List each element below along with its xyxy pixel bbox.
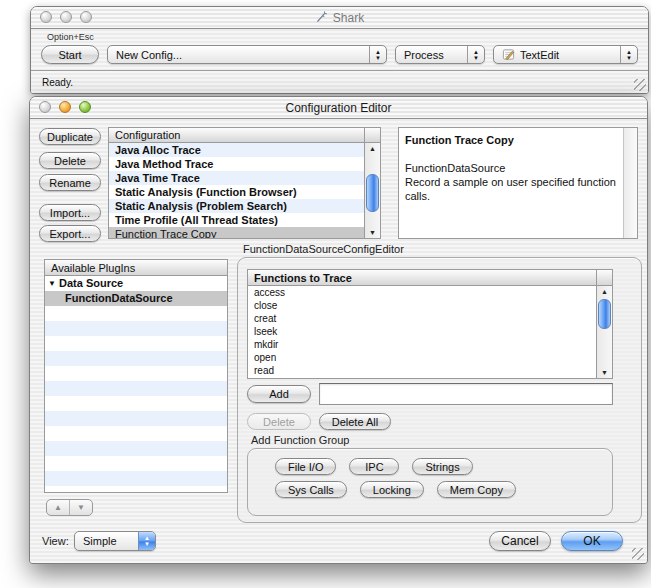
- ok-label: OK: [583, 534, 600, 548]
- add-function-input[interactable]: [319, 383, 613, 405]
- config-row[interactable]: Static Analysis (Problem Search): [109, 199, 364, 213]
- plugin-group-row[interactable]: ▼ Data Source: [45, 276, 227, 291]
- plugin-item-label: FunctionDataSource: [65, 291, 173, 306]
- functions-list: Functions to Trace access close creat ls…: [247, 269, 613, 379]
- mem-copy-label: Mem Copy: [450, 484, 503, 496]
- function-row[interactable]: creat: [248, 312, 596, 325]
- config-row[interactable]: Time Profile (All Thread States): [109, 213, 364, 227]
- configuration-list-header[interactable]: Configuration: [109, 128, 380, 143]
- function-row[interactable]: lseek: [248, 325, 596, 338]
- function-row[interactable]: close: [248, 299, 596, 312]
- import-button[interactable]: Import...: [39, 204, 101, 221]
- scroll-down-icon[interactable]: ▼: [365, 227, 380, 238]
- chevron-updown-icon: ▲▼: [369, 46, 386, 63]
- configuration-list: Configuration Java Alloc Trace Java Meth…: [108, 127, 381, 239]
- target-popup[interactable]: TextEdit ▲▼: [493, 45, 638, 64]
- add-button-label: Add: [269, 388, 289, 400]
- sys-calls-label: Sys Calls: [288, 484, 334, 496]
- shark-title-text: Shark: [333, 11, 364, 25]
- config-popup[interactable]: New Config... ▲▼: [107, 45, 387, 64]
- duplicate-label: Duplicate: [47, 131, 93, 143]
- group-file-io-button[interactable]: File I/O: [275, 458, 336, 475]
- function-row[interactable]: access: [248, 286, 596, 299]
- config-row-selected[interactable]: Function Trace Copy: [109, 227, 364, 239]
- scroll-down-icon[interactable]: ▼: [597, 367, 612, 378]
- info-plugin-name: FunctionDataSource: [405, 161, 617, 175]
- add-function-button[interactable]: Add: [247, 385, 311, 403]
- plugin-editor-label: FunctionDataSourceConfigEditor: [243, 243, 404, 255]
- delete-all-label: Delete All: [332, 416, 378, 428]
- zoom-button[interactable]: [80, 11, 92, 23]
- shark-window-controls: [40, 11, 92, 23]
- function-row[interactable]: read: [248, 364, 596, 377]
- group-strings-button[interactable]: Strings: [412, 458, 472, 475]
- config-row[interactable]: Static Analysis (Function Browser): [109, 185, 364, 199]
- function-row[interactable]: open: [248, 351, 596, 364]
- start-shortcut-hint: Option+Esc: [47, 32, 94, 42]
- editor-titlebar[interactable]: Configuration Editor: [30, 97, 647, 119]
- header-stub: [364, 128, 380, 142]
- delete-config-button[interactable]: Delete: [39, 152, 101, 169]
- shark-title: Shark: [315, 11, 364, 25]
- cancel-button[interactable]: Cancel: [489, 531, 551, 551]
- shark-titlebar[interactable]: Shark: [31, 7, 648, 29]
- functions-list-header[interactable]: Functions to Trace: [248, 270, 612, 286]
- cancel-label: Cancel: [501, 534, 538, 548]
- delete-function-label: Delete: [263, 416, 295, 428]
- plugins-header-label: Available PlugIns: [45, 262, 227, 274]
- editor-title-text: Configuration Editor: [285, 101, 391, 115]
- rename-button[interactable]: Rename: [39, 174, 101, 191]
- process-popup[interactable]: Process ▲▼: [395, 45, 485, 64]
- config-row[interactable]: Java Alloc Trace: [109, 143, 364, 157]
- group-locking-button[interactable]: Locking: [360, 481, 424, 498]
- config-row[interactable]: Java Time Trace: [109, 171, 364, 185]
- config-row[interactable]: Java Method Trace: [109, 157, 364, 171]
- info-title: Function Trace Copy: [405, 133, 617, 147]
- scroll-thumb[interactable]: [366, 174, 379, 212]
- strings-label: Strings: [425, 461, 459, 473]
- plugin-group-label: Data Source: [59, 276, 123, 291]
- group-ipc-button[interactable]: IPC: [349, 458, 399, 475]
- shark-dart-icon: [315, 11, 328, 24]
- config-list-scrollbar[interactable]: ▲ ▼: [364, 143, 380, 238]
- textedit-app-icon: [502, 48, 515, 61]
- minimize-button[interactable]: [60, 11, 72, 23]
- scroll-up-icon[interactable]: ▲: [365, 143, 380, 154]
- rename-label: Rename: [49, 177, 91, 189]
- header-stub: [596, 270, 612, 285]
- delete-function-button[interactable]: Delete: [247, 413, 311, 430]
- plugins-list-header[interactable]: Available PlugIns: [45, 260, 227, 276]
- functions-scrollbar[interactable]: ▲ ▼: [596, 286, 612, 378]
- function-group-label: Add Function Group: [251, 434, 349, 446]
- close-button[interactable]: [39, 101, 51, 113]
- function-row[interactable]: mkdir: [248, 338, 596, 351]
- info-scrollbar-track[interactable]: [623, 128, 637, 238]
- desktop: Shark Option+Esc Start New Config... ▲▼ …: [0, 0, 651, 588]
- resize-grip[interactable]: [634, 79, 646, 91]
- zoom-button[interactable]: [79, 101, 91, 113]
- duplicate-button[interactable]: Duplicate: [39, 128, 101, 145]
- configuration-header-label: Configuration: [109, 129, 364, 141]
- delete-all-button[interactable]: Delete All: [319, 413, 391, 430]
- move-up-button[interactable]: ▲: [47, 500, 69, 515]
- scroll-up-icon[interactable]: ▲: [597, 286, 612, 297]
- close-button[interactable]: [40, 11, 52, 23]
- resize-grip[interactable]: [632, 548, 644, 560]
- view-popup[interactable]: Simple ▲▼: [74, 531, 156, 551]
- ok-button[interactable]: OK: [561, 531, 623, 551]
- functions-header-label: Functions to Trace: [248, 272, 596, 284]
- move-down-button[interactable]: ▼: [69, 500, 92, 515]
- start-button[interactable]: Start: [41, 45, 99, 64]
- group-mem-copy-button[interactable]: Mem Copy: [437, 481, 516, 498]
- minimize-button[interactable]: [59, 101, 71, 113]
- export-button[interactable]: Export...: [39, 225, 101, 242]
- plugins-empty-rows: [45, 306, 227, 492]
- config-info-panel: Function Trace Copy FunctionDataSource R…: [398, 127, 638, 239]
- disclosure-triangle-icon[interactable]: ▼: [45, 276, 59, 291]
- shark-statusbar: Ready.: [31, 70, 648, 93]
- ipc-label: IPC: [365, 461, 383, 473]
- plugin-item-row-selected[interactable]: FunctionDataSource: [45, 291, 227, 306]
- chevron-updown-icon: ▲▼: [138, 532, 155, 550]
- group-sys-calls-button[interactable]: Sys Calls: [275, 481, 347, 498]
- scroll-thumb[interactable]: [598, 299, 611, 329]
